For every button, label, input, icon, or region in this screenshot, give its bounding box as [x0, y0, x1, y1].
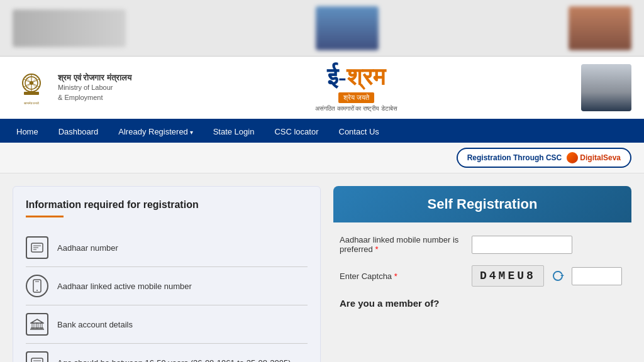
- ministry-english-line1: Ministry of Labour: [58, 83, 131, 92]
- captcha-input[interactable]: [572, 267, 622, 285]
- banner-left-logo: [13, 9, 126, 47]
- ministry-english-line2: & Employment: [58, 93, 131, 102]
- main-navbar: Home Dashboard Already Registered State …: [0, 121, 644, 143]
- orange-divider: [26, 216, 64, 217]
- svg-rect-18: [32, 323, 34, 328]
- captcha-form-row: Enter Captcha * D4MEU8: [340, 265, 625, 287]
- registration-form: Aadhaar linked mobile number is preferre…: [333, 235, 631, 309]
- digital-seva-text: DigitalSeva: [580, 153, 621, 162]
- self-reg-header: Self Registration: [333, 186, 631, 222]
- eshram-logo: ई-श्रम श्रेय जयते असंगठित कामगारों का रा…: [315, 63, 397, 112]
- digital-seva-circle-icon: [567, 152, 578, 163]
- pm-photo: [581, 64, 631, 111]
- info-panel-title: Information required for registration: [26, 199, 308, 211]
- eshram-tagline: श्रेय जयते: [338, 92, 374, 103]
- aadhaar-label: Aadhaar number: [57, 243, 118, 253]
- ministry-branding: सत्यमेव जयते श्रम एवं रोजगार मंत्रालय Mi…: [13, 69, 131, 107]
- self-reg-title: Self Registration: [352, 196, 613, 212]
- mobile-number-input[interactable]: [472, 236, 572, 254]
- svg-marker-17: [31, 319, 43, 323]
- top-banner: [0, 0, 644, 57]
- info-item-age: Age should be between 16-59 years (26-08…: [26, 344, 308, 362]
- mobile-label: Aadhaar linked active mobile number: [57, 282, 192, 291]
- info-item-mobile: Aadhaar linked active mobile number: [26, 267, 308, 305]
- captcha-row: D4MEU8: [472, 265, 622, 287]
- mobile-field-label: Aadhaar linked mobile number is preferre…: [340, 235, 465, 254]
- info-panel: Information required for registration Aa…: [13, 186, 321, 362]
- eshram-shram: श्रम: [347, 63, 386, 90]
- main-content: Information required for registration Aa…: [0, 173, 644, 362]
- nav-state-login[interactable]: State Login: [203, 121, 265, 143]
- banner-center-logo: [316, 6, 379, 50]
- svg-rect-8: [24, 92, 39, 95]
- bank-label: Bank account details: [57, 320, 133, 329]
- age-label: Age should be between 16-59 years (26-08…: [57, 358, 291, 363]
- eshram-dash: -: [338, 63, 347, 90]
- svg-point-15: [36, 290, 38, 291]
- aadhaar-icon: [26, 236, 48, 259]
- nav-csc-locator[interactable]: CSC locator: [264, 121, 328, 143]
- bank-icon: [26, 313, 48, 336]
- site-header: सत्यमेव जयते श्रम एवं रोजगार मंत्रालय Mi…: [0, 57, 644, 121]
- ministry-text: श्रम एवं रोजगार मंत्रालय Ministry of Lab…: [58, 73, 131, 102]
- nav-dashboard[interactable]: Dashboard: [48, 121, 109, 143]
- mobile-required-marker: *: [375, 244, 378, 254]
- banner-right-logo: [569, 6, 631, 50]
- csc-button-label: Registration Through CSC: [467, 153, 562, 162]
- eshram-subtitle: असंगठित कामगारों का राष्ट्रीय डेटाबेस: [315, 105, 397, 112]
- csc-button-row: Registration Through CSC DigitalSeva: [0, 143, 644, 173]
- captcha-required-marker: *: [394, 272, 397, 281]
- info-item-bank: Bank account details: [26, 305, 308, 344]
- age-icon: [26, 351, 48, 362]
- svg-rect-23: [31, 358, 43, 362]
- eshram-e: ई: [327, 63, 338, 90]
- ashoka-emblem-icon: सत्यमेव जयते: [13, 69, 50, 107]
- self-registration-panel: Self Registration Aadhaar linked mobile …: [321, 186, 631, 362]
- captcha-field-label: Enter Captcha *: [340, 272, 465, 281]
- mobile-form-row: Aadhaar linked mobile number is preferre…: [340, 235, 625, 254]
- pm-photo-image: [581, 64, 631, 111]
- csc-registration-button[interactable]: Registration Through CSC DigitalSeva: [457, 148, 631, 168]
- svg-text:सत्यमेव जयते: सत्यमेव जयते: [23, 101, 39, 105]
- nav-home[interactable]: Home: [6, 121, 48, 143]
- info-item-aadhaar: Aadhaar number: [26, 229, 308, 267]
- refresh-captcha-icon[interactable]: [549, 267, 567, 285]
- ministry-hindi-label: श्रम एवं रोजगार मंत्रालय: [58, 73, 131, 83]
- svg-rect-19: [36, 323, 38, 328]
- digital-seva-logo: DigitalSeva: [567, 152, 621, 163]
- nav-already-registered[interactable]: Already Registered: [108, 121, 203, 143]
- nav-contact-us[interactable]: Contact Us: [329, 121, 389, 143]
- member-question: Are you a member of?: [340, 298, 625, 309]
- svg-rect-20: [40, 323, 42, 328]
- mobile-icon: [26, 275, 48, 297]
- captcha-image: D4MEU8: [472, 265, 544, 287]
